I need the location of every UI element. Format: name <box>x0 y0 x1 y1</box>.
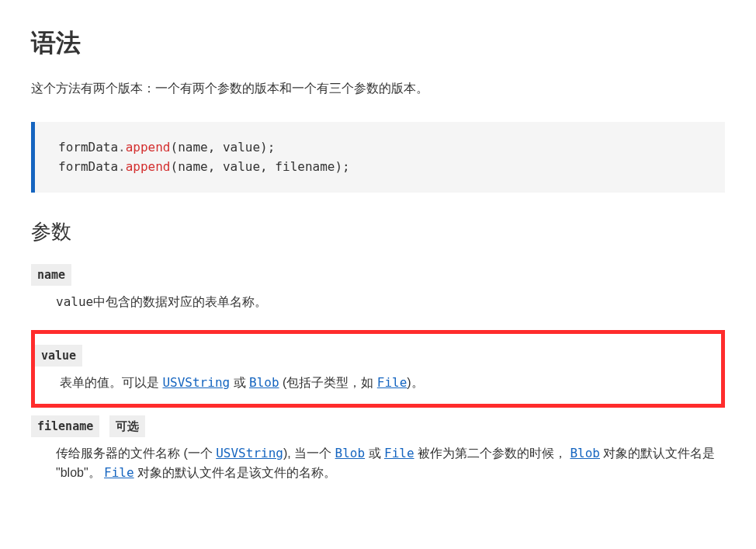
code-block: formData.append(name, value); formData.a… <box>31 122 725 193</box>
code-obj: formData <box>58 140 118 155</box>
param-name-row: name <box>31 264 725 292</box>
link-file-2[interactable]: File <box>384 446 414 460</box>
param-filename-term: filename <box>31 415 99 437</box>
param-filename-row: filename 可选 <box>31 415 725 443</box>
code-method: append <box>126 140 171 155</box>
param-value-t3: (包括子类型，如 <box>279 376 377 389</box>
heading-syntax: 语法 <box>31 23 725 63</box>
param-filename-t1: 传给服务器的文件名称 (一个 <box>56 446 216 460</box>
link-blob-3[interactable]: Blob <box>570 446 600 460</box>
param-filename-optional: 可选 <box>109 415 145 437</box>
code-dot-2: . <box>118 159 126 174</box>
param-name-def: value中包含的数据对应的表单名称。 <box>56 292 725 312</box>
code-obj-2: formData <box>58 159 118 174</box>
code-args-1: (name, value); <box>171 140 276 155</box>
param-value-highlight: value 表单的值。可以是 USVString 或 Blob (包括子类型，如… <box>31 330 725 408</box>
param-filename-t2: ), 当一个 <box>283 446 335 460</box>
param-value-t2: 或 <box>230 376 249 389</box>
code-method-2: append <box>126 159 171 174</box>
intro-text: 这个方法有两个版本：一个有两个参数的版本和一个有三个参数的版本。 <box>31 78 725 99</box>
param-value-t1: 表单的值。可以是 <box>60 376 162 389</box>
link-blob-2[interactable]: Blob <box>335 446 366 460</box>
code-dot: . <box>118 140 126 155</box>
param-filename-t3: 或 <box>365 446 384 460</box>
link-usvstring-2[interactable]: USVString <box>216 446 283 460</box>
param-value-def: 表单的值。可以是 USVString 或 Blob (包括子类型，如 File)… <box>60 373 721 393</box>
link-file-3[interactable]: File <box>104 465 134 480</box>
link-file[interactable]: File <box>377 375 407 390</box>
param-filename-t6: 对象的默认文件名是该文件的名称。 <box>134 466 336 479</box>
param-name-term: name <box>31 264 71 286</box>
param-name-code: value <box>56 294 93 309</box>
param-value-t4: )。 <box>407 376 423 389</box>
param-value-row: value <box>35 345 721 373</box>
heading-params: 参数 <box>31 216 725 248</box>
param-value-term: value <box>35 345 82 367</box>
param-name-text: 中包含的数据对应的表单名称。 <box>93 295 267 308</box>
link-usvstring[interactable]: USVString <box>162 375 230 390</box>
param-filename-t4: 被作为第二个参数的时候， <box>414 446 570 460</box>
param-filename-def: 传给服务器的文件名称 (一个 USVString), 当一个 Blob 或 Fi… <box>56 443 725 483</box>
link-blob[interactable]: Blob <box>249 375 279 390</box>
code-args-2: (name, value, filename); <box>171 159 350 174</box>
